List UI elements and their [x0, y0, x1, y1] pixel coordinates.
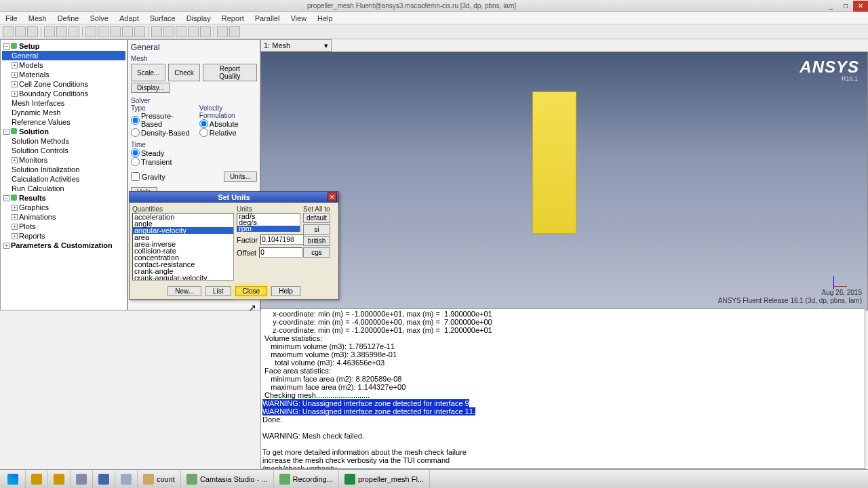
- taskbar-app[interactable]: [26, 470, 48, 488]
- tree-solmethods[interactable]: Solution Methods: [2, 136, 125, 146]
- menu-solve[interactable]: Solve: [87, 14, 111, 23]
- transient-radio[interactable]: Transient: [131, 157, 257, 166]
- tree-graphics[interactable]: +Graphics: [2, 203, 125, 212]
- toolbar-button[interactable]: [110, 26, 121, 37]
- tree-cellzone[interactable]: +Cell Zone Conditions: [2, 79, 125, 89]
- menu-report[interactable]: Report: [219, 14, 247, 23]
- toolbar-button[interactable]: [163, 26, 174, 37]
- tree-models[interactable]: +Models: [2, 60, 125, 70]
- toolbar-button[interactable]: [200, 26, 211, 37]
- text-console[interactable]: x-coordinate: min (m) = -1.000000e+01, m…: [260, 308, 865, 469]
- toolbar-button[interactable]: [3, 26, 14, 37]
- menu-define[interactable]: Define: [55, 14, 82, 23]
- view-selector[interactable]: 1: Mesh▾: [260, 39, 332, 52]
- tree-runcalc[interactable]: Run Calculation: [2, 184, 125, 193]
- tree-meshif[interactable]: Mesh Interfaces: [2, 98, 125, 108]
- toolbar-button[interactable]: [217, 26, 228, 37]
- dialog-close-button[interactable]: ✕: [328, 192, 337, 201]
- list-item[interactable]: crank-angular-velocity: [133, 274, 233, 281]
- toolbar-button[interactable]: [122, 26, 133, 37]
- app-icon: [143, 474, 154, 485]
- toolbar-button[interactable]: [134, 26, 145, 37]
- taskbar-app[interactable]: [48, 470, 71, 488]
- solver-section-label: Solver: [131, 97, 257, 104]
- list-item[interactable]: rpm: [237, 226, 300, 232]
- tree-materials[interactable]: +Materials: [2, 70, 125, 79]
- tree-solcontrols[interactable]: Solution Controls: [2, 146, 125, 155]
- tree-plots[interactable]: +Plots: [2, 222, 125, 231]
- tree-monitors[interactable]: +Monitors: [2, 155, 125, 165]
- scale-button[interactable]: Scale...: [131, 64, 165, 81]
- graphics-viewport[interactable]: ANSYS R16.1 Aug 26, 2015 ANSYS Fluent Re…: [260, 52, 868, 310]
- steady-radio[interactable]: Steady: [131, 148, 257, 157]
- si-button[interactable]: si: [303, 224, 330, 235]
- menu-file[interactable]: File: [3, 14, 20, 23]
- toolbar-button[interactable]: [176, 26, 186, 37]
- tree-setup[interactable]: −Setup: [2, 41, 125, 51]
- toolbar-button[interactable]: [56, 26, 67, 37]
- cgs-button[interactable]: cgs: [303, 247, 330, 258]
- toolbar-button[interactable]: [68, 26, 79, 37]
- menu-surface[interactable]: Surface: [147, 14, 178, 23]
- taskbar-count[interactable]: count: [138, 470, 181, 488]
- help-button[interactable]: Help: [271, 286, 300, 296]
- units-button[interactable]: Units...: [224, 171, 257, 182]
- taskbar-app[interactable]: [71, 470, 93, 488]
- tree-solution[interactable]: −Solution: [2, 127, 125, 136]
- units-listbox[interactable]: rad/s deg/s rpm: [237, 213, 300, 232]
- toolbar-separator: [82, 26, 83, 37]
- taskbar-camtasia[interactable]: Camtasia Studio - ...: [181, 470, 274, 488]
- display-button[interactable]: Display...: [131, 83, 170, 93]
- outline-tree[interactable]: −Setup General +Models +Materials +Cell …: [0, 39, 127, 310]
- taskbar-recording[interactable]: Recording...: [274, 470, 339, 488]
- british-button[interactable]: british: [303, 236, 330, 246]
- taskbar-app[interactable]: [115, 470, 138, 488]
- tree-dynmesh[interactable]: Dynamic Mesh: [2, 108, 125, 117]
- quantities-listbox[interactable]: acceleration angle angular-velocity area…: [132, 213, 234, 281]
- offset-input[interactable]: [259, 247, 302, 258]
- density-based-radio[interactable]: Density-Based: [131, 128, 191, 137]
- menu-help[interactable]: Help: [315, 14, 336, 23]
- toolbar-button[interactable]: [85, 26, 96, 37]
- tree-animations[interactable]: +Animations: [2, 212, 125, 222]
- menu-view[interactable]: View: [288, 14, 309, 23]
- start-button[interactable]: [0, 470, 26, 488]
- pressure-based-radio[interactable]: Pressure-Based: [131, 112, 191, 128]
- taskbar-app[interactable]: [93, 470, 115, 488]
- menu-parallel[interactable]: Parallel: [252, 14, 283, 23]
- tree-boundary[interactable]: +Boundary Conditions: [2, 89, 125, 98]
- new-button[interactable]: New...: [167, 286, 201, 296]
- minimize-button[interactable]: _: [823, 1, 838, 12]
- maximize-button[interactable]: □: [838, 1, 853, 12]
- set-units-dialog: Set Units ✕ Quantities acceleration angl…: [129, 191, 339, 300]
- tree-params[interactable]: +Parameters & Customization: [2, 241, 125, 250]
- relative-radio[interactable]: Relative: [199, 128, 257, 137]
- gravity-checkbox[interactable]: Gravity: [131, 172, 165, 181]
- tree-solinit[interactable]: Solution Initialization: [2, 165, 125, 174]
- toolbar-button[interactable]: [44, 26, 55, 37]
- tree-refvals[interactable]: Reference Values: [2, 117, 125, 127]
- menu-mesh[interactable]: Mesh: [26, 14, 50, 23]
- absolute-radio[interactable]: Absolute: [199, 119, 257, 128]
- toolbar-button[interactable]: [15, 26, 26, 37]
- toolbar-button[interactable]: [188, 26, 199, 37]
- factor-input[interactable]: [260, 235, 304, 245]
- tree-results[interactable]: −Results: [2, 193, 125, 203]
- close-button[interactable]: Close: [235, 286, 268, 296]
- taskbar-fluent[interactable]: propeller_mesh Fl...: [339, 470, 430, 488]
- dialog-titlebar[interactable]: Set Units ✕: [130, 192, 338, 203]
- tree-calcact[interactable]: Calculation Activities: [2, 174, 125, 184]
- menu-display[interactable]: Display: [184, 14, 214, 23]
- toolbar-button[interactable]: [98, 26, 108, 37]
- toolbar-button[interactable]: [151, 26, 162, 37]
- close-button[interactable]: ✕: [853, 1, 868, 12]
- toolbar-button[interactable]: [27, 26, 38, 37]
- tree-general[interactable]: General: [2, 51, 125, 60]
- tree-reports[interactable]: +Reports: [2, 231, 125, 241]
- list-button[interactable]: List: [205, 286, 231, 296]
- toolbar-button[interactable]: [229, 26, 240, 37]
- default-button[interactable]: default: [303, 213, 330, 223]
- menu-adapt[interactable]: Adapt: [117, 14, 142, 23]
- report-quality-button[interactable]: Report Quality: [203, 64, 257, 81]
- check-button[interactable]: Check: [168, 64, 199, 81]
